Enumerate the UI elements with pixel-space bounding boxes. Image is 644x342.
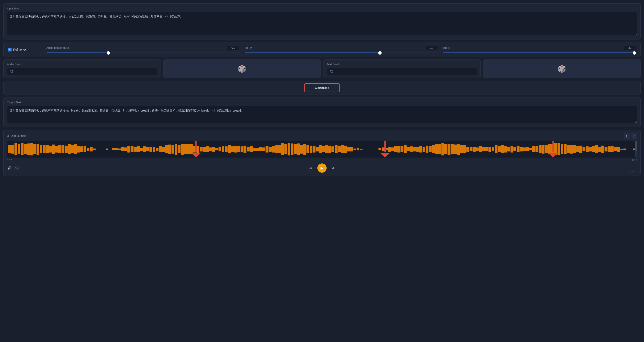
- audio-title: ♫ Output Audio: [7, 134, 26, 137]
- text-dice-box[interactable]: 🎲: [483, 60, 641, 78]
- audio-dice-box[interactable]: 🎲: [163, 60, 321, 78]
- audio-temp-group: Audio temperature 0.3: [46, 46, 240, 53]
- waveform-container[interactable]: [7, 141, 637, 158]
- top-p-label: top_P: [245, 46, 252, 49]
- audio-temp-track[interactable]: [46, 53, 240, 53]
- volume-button[interactable]: 🔊: [7, 166, 12, 171]
- share-button[interactable]: ⇗: [631, 133, 637, 139]
- top-k-value: 20: [624, 46, 636, 50]
- input-textarea[interactable]: [7, 12, 637, 35]
- time-left: 0:12: [7, 159, 12, 162]
- rewind-button[interactable]: ⏮: [308, 166, 312, 170]
- input-section: Input Text: [3, 3, 641, 40]
- generate-section: Generate: [3, 81, 641, 95]
- top-p-track[interactable]: [245, 53, 438, 53]
- refine-group: Refine text: [8, 48, 41, 52]
- top-p-thumb: [378, 51, 382, 55]
- text-seed-box: Text Seed: [323, 60, 481, 78]
- text-seed-input[interactable]: [327, 68, 477, 75]
- time-right: 0:12: [632, 159, 637, 162]
- playback-left-controls: 🔊 1x: [7, 166, 20, 171]
- seed-row: Audio Seed 🎲 Text Seed 🎲: [3, 60, 641, 78]
- audio-temp-value: 0.3: [227, 46, 240, 50]
- audio-title-text: Output Audio: [11, 134, 26, 137]
- audio-header: ♫ Output Audio ⬇ ⇗: [7, 133, 637, 139]
- speed-button[interactable]: 1x: [14, 166, 20, 170]
- output-textarea[interactable]: [7, 106, 637, 123]
- top-k-thumb: [633, 51, 636, 55]
- fastforward-button[interactable]: ⏭: [332, 166, 336, 170]
- text-seed-label: Text Seed: [327, 63, 477, 66]
- top-p-fill: [245, 53, 380, 53]
- top-p-group: top_P 0.7: [245, 46, 438, 53]
- top-k-track[interactable]: [443, 53, 636, 53]
- waveform-scrollbar[interactable]: [636, 141, 637, 158]
- top-k-fill: [443, 53, 636, 53]
- play-button[interactable]: ▶: [318, 163, 326, 173]
- watermark: znwx.cn: [629, 170, 637, 173]
- input-label: Input Text: [7, 7, 637, 10]
- output-label: Output Text: [7, 101, 637, 104]
- output-section: Output Text: [3, 97, 641, 127]
- refine-label: Refine text: [13, 48, 27, 51]
- audio-temp-label: Audio temperature: [46, 46, 69, 49]
- time-row: 0:12 0:12: [7, 159, 637, 162]
- audio-dice-icon: 🎲: [238, 65, 246, 73]
- audio-temp-thumb: [107, 51, 110, 55]
- refine-checkbox[interactable]: [8, 48, 12, 52]
- audio-section: ♫ Output Audio ⬇ ⇗: [3, 130, 641, 176]
- audio-seed-input[interactable]: [7, 68, 157, 75]
- audio-actions: ⬇ ⇗: [624, 133, 637, 139]
- audio-seed-label: Audio Seed: [7, 63, 157, 66]
- music-icon: ♫: [7, 134, 9, 137]
- waveform-bars: [7, 141, 637, 158]
- download-button[interactable]: ⬇: [624, 133, 630, 139]
- text-dice-icon: 🎲: [558, 65, 566, 73]
- top-k-label: top_K: [443, 46, 450, 49]
- playback-controls: 🔊 1x ⏮ ▶ ⏭ znwx.cn: [7, 163, 637, 173]
- audio-temp-fill: [46, 53, 108, 53]
- controls-row: Refine text Audio temperature 0.3 top_P …: [3, 42, 641, 57]
- audio-seed-box: Audio Seed: [3, 60, 161, 78]
- top-k-group: top_K 20: [443, 46, 636, 53]
- generate-button[interactable]: Generate: [304, 83, 340, 92]
- top-p-value: 0.7: [425, 46, 438, 50]
- scrollbar-thumb: [636, 141, 637, 151]
